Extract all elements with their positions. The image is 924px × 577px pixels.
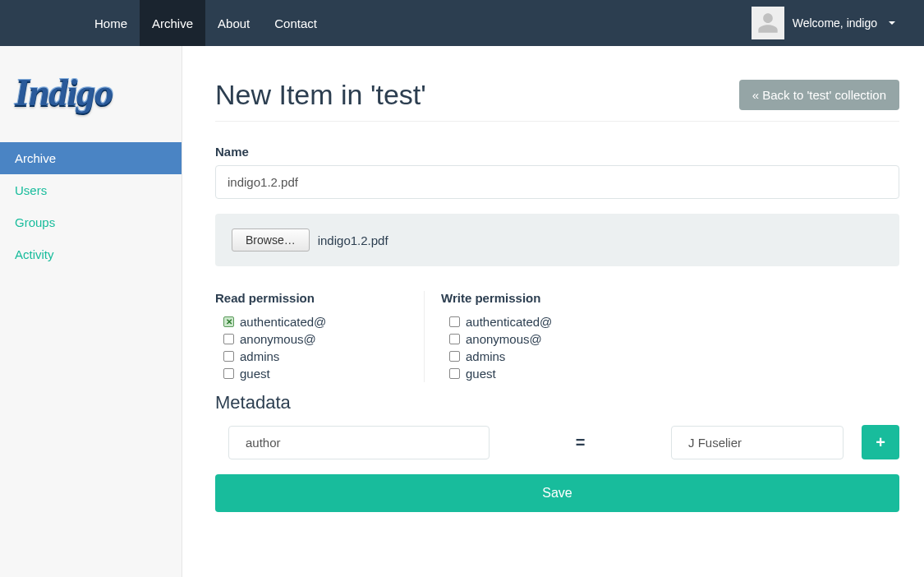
equals-sign: = — [490, 433, 671, 452]
write-perm-anonymous[interactable]: anonymous@ — [449, 330, 622, 348]
sidebar-item-archive[interactable]: Archive — [0, 142, 182, 174]
nav-archive[interactable]: Archive — [140, 0, 205, 46]
plus-icon: + — [876, 433, 885, 452]
top-navbar: Home Archive About Contact Welcome, indi… — [0, 0, 924, 46]
nav-contact[interactable]: Contact — [262, 0, 329, 46]
sidebar: Indigo Archive Users Groups Activity — [0, 46, 182, 577]
sidebar-item-users[interactable]: Users — [0, 174, 182, 206]
page-header: New Item in 'test' « Back to 'test' coll… — [215, 79, 899, 122]
checkbox-icon[interactable] — [223, 316, 234, 327]
checkbox-icon[interactable] — [449, 368, 460, 379]
metadata-key-input[interactable] — [228, 426, 490, 459]
main-content: New Item in 'test' « Back to 'test' coll… — [182, 46, 924, 577]
avatar — [752, 7, 784, 39]
name-label: Name — [215, 145, 899, 159]
write-perm-admins[interactable]: admins — [449, 348, 622, 365]
metadata-value-input[interactable] — [671, 426, 844, 459]
checkbox-icon[interactable] — [223, 351, 234, 362]
read-perm-anonymous[interactable]: anonymous@ — [223, 330, 411, 348]
name-group: Name — [215, 145, 899, 199]
checkbox-icon[interactable] — [223, 368, 234, 379]
read-perm-admins[interactable]: admins — [223, 348, 411, 365]
chevron-down-icon — [889, 21, 895, 25]
user-icon — [756, 12, 779, 35]
selected-file-name: indigo1.2.pdf — [318, 233, 388, 247]
checkbox-icon[interactable] — [449, 334, 460, 344]
sidebar-nav: Archive Users Groups Activity — [0, 142, 182, 270]
browse-button[interactable]: Browse… — [232, 228, 310, 252]
welcome-text: Welcome, indigo — [793, 16, 877, 30]
name-input[interactable] — [215, 165, 899, 199]
back-button[interactable]: « Back to 'test' collection — [739, 80, 899, 110]
write-perm-authenticated[interactable]: authenticated@ — [449, 313, 622, 330]
read-permission-col: Read permission authenticated@ anonymous… — [215, 291, 425, 382]
nav-home[interactable]: Home — [82, 0, 140, 46]
sidebar-item-activity[interactable]: Activity — [0, 238, 182, 270]
sidebar-item-groups[interactable]: Groups — [0, 206, 182, 238]
permissions-row: Read permission authenticated@ anonymous… — [215, 291, 899, 382]
read-permission-label: Read permission — [215, 291, 411, 305]
file-upload-well: Browse… indigo1.2.pdf — [215, 214, 899, 266]
nav-left: Home Archive About Contact — [82, 0, 329, 46]
checkbox-icon[interactable] — [449, 351, 460, 362]
checkbox-icon[interactable] — [223, 334, 234, 344]
checkbox-icon[interactable] — [449, 316, 460, 327]
read-perm-authenticated[interactable]: authenticated@ — [223, 313, 411, 330]
save-button[interactable]: Save — [215, 474, 899, 512]
user-menu[interactable]: Welcome, indigo — [752, 0, 895, 46]
metadata-row: = + — [215, 425, 899, 459]
write-perm-guest[interactable]: guest — [449, 365, 622, 382]
write-permission-label: Write permission — [441, 291, 622, 305]
brand-logo: Indigo — [0, 46, 182, 142]
metadata-heading: Metadata — [215, 392, 899, 413]
page-title: New Item in 'test' — [215, 79, 426, 111]
nav-about[interactable]: About — [205, 0, 262, 46]
add-metadata-button[interactable]: + — [862, 425, 899, 459]
read-perm-guest[interactable]: guest — [223, 365, 411, 382]
brand-text: Indigo — [15, 71, 167, 114]
write-permission-col: Write permission authenticated@ anonymou… — [425, 291, 634, 382]
